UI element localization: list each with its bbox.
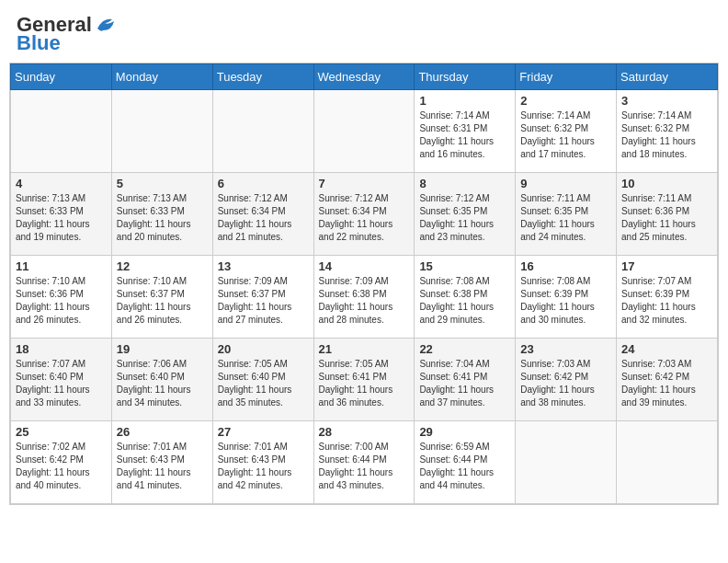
page-header: General Blue <box>9 9 719 57</box>
day-number: 27 <box>218 425 309 439</box>
calendar-cell: 22Sunrise: 7:04 AM Sunset: 6:41 PM Dayli… <box>415 339 516 421</box>
day-info: Sunrise: 7:01 AM Sunset: 6:43 PM Dayligh… <box>117 441 208 492</box>
calendar-cell: 23Sunrise: 7:03 AM Sunset: 6:42 PM Dayli… <box>516 339 617 421</box>
day-number: 20 <box>218 342 309 356</box>
day-number: 22 <box>419 342 510 356</box>
day-number: 17 <box>621 259 712 273</box>
day-info: Sunrise: 7:05 AM Sunset: 6:41 PM Dayligh… <box>319 358 410 409</box>
day-info: Sunrise: 7:01 AM Sunset: 6:43 PM Dayligh… <box>218 441 309 492</box>
day-number: 16 <box>520 259 611 273</box>
calendar-week-1: 1Sunrise: 7:14 AM Sunset: 6:31 PM Daylig… <box>11 90 718 173</box>
day-number: 13 <box>218 259 309 273</box>
calendar: SundayMondayTuesdayWednesdayThursdayFrid… <box>9 63 719 505</box>
day-number: 6 <box>218 177 309 190</box>
calendar-cell: 7Sunrise: 7:12 AM Sunset: 6:34 PM Daylig… <box>313 173 415 256</box>
calendar-cell: 18Sunrise: 7:07 AM Sunset: 6:40 PM Dayli… <box>11 339 112 421</box>
day-info: Sunrise: 7:07 AM Sunset: 6:39 PM Dayligh… <box>621 275 712 327</box>
day-number: 1 <box>419 94 510 108</box>
calendar-cell <box>516 421 617 504</box>
day-number: 23 <box>520 342 611 356</box>
day-info: Sunrise: 6:59 AM Sunset: 6:44 PM Dayligh… <box>419 441 510 492</box>
calendar-cell <box>111 90 212 173</box>
day-number: 15 <box>419 259 510 273</box>
weekday-friday: Friday <box>516 64 617 90</box>
calendar-cell: 9Sunrise: 7:11 AM Sunset: 6:35 PM Daylig… <box>516 173 617 256</box>
calendar-week-5: 25Sunrise: 7:02 AM Sunset: 6:42 PM Dayli… <box>11 421 718 504</box>
day-info: Sunrise: 7:12 AM Sunset: 6:34 PM Dayligh… <box>319 192 410 244</box>
calendar-cell: 26Sunrise: 7:01 AM Sunset: 6:43 PM Dayli… <box>111 421 212 504</box>
day-number: 25 <box>16 425 107 439</box>
day-number: 10 <box>621 177 712 190</box>
day-number: 5 <box>117 177 208 190</box>
day-info: Sunrise: 7:11 AM Sunset: 6:36 PM Dayligh… <box>621 192 712 244</box>
day-number: 21 <box>319 342 410 356</box>
weekday-thursday: Thursday <box>415 64 516 90</box>
calendar-cell: 24Sunrise: 7:03 AM Sunset: 6:42 PM Dayli… <box>617 339 718 421</box>
day-info: Sunrise: 7:08 AM Sunset: 6:39 PM Dayligh… <box>520 275 611 327</box>
calendar-cell: 8Sunrise: 7:12 AM Sunset: 6:35 PM Daylig… <box>415 173 516 256</box>
weekday-wednesday: Wednesday <box>313 64 415 90</box>
weekday-header-row: SundayMondayTuesdayWednesdayThursdayFrid… <box>11 64 718 90</box>
calendar-cell: 15Sunrise: 7:08 AM Sunset: 6:38 PM Dayli… <box>415 256 516 339</box>
day-number: 29 <box>419 425 510 439</box>
day-info: Sunrise: 7:12 AM Sunset: 6:34 PM Dayligh… <box>218 192 309 244</box>
day-info: Sunrise: 7:14 AM Sunset: 6:31 PM Dayligh… <box>419 109 510 161</box>
calendar-cell <box>617 421 718 504</box>
day-number: 4 <box>16 177 107 190</box>
day-number: 28 <box>319 425 410 439</box>
calendar-cell: 3Sunrise: 7:14 AM Sunset: 6:32 PM Daylig… <box>617 90 718 173</box>
calendar-week-3: 11Sunrise: 7:10 AM Sunset: 6:36 PM Dayli… <box>11 256 718 339</box>
weekday-monday: Monday <box>111 64 212 90</box>
calendar-week-2: 4Sunrise: 7:13 AM Sunset: 6:33 PM Daylig… <box>11 173 718 256</box>
calendar-cell: 28Sunrise: 7:00 AM Sunset: 6:44 PM Dayli… <box>313 421 415 504</box>
day-number: 26 <box>117 425 208 439</box>
calendar-cell: 14Sunrise: 7:09 AM Sunset: 6:38 PM Dayli… <box>313 256 415 339</box>
day-number: 3 <box>621 94 712 108</box>
day-info: Sunrise: 7:07 AM Sunset: 6:40 PM Dayligh… <box>16 358 107 409</box>
day-info: Sunrise: 7:06 AM Sunset: 6:40 PM Dayligh… <box>117 358 208 409</box>
logo-bird-icon <box>96 16 116 34</box>
calendar-cell <box>11 90 112 173</box>
calendar-cell: 2Sunrise: 7:14 AM Sunset: 6:32 PM Daylig… <box>516 90 617 173</box>
calendar-cell: 27Sunrise: 7:01 AM Sunset: 6:43 PM Dayli… <box>212 421 313 504</box>
day-info: Sunrise: 7:00 AM Sunset: 6:44 PM Dayligh… <box>319 441 410 492</box>
weekday-sunday: Sunday <box>11 64 112 90</box>
calendar-cell: 4Sunrise: 7:13 AM Sunset: 6:33 PM Daylig… <box>11 173 112 256</box>
calendar-week-4: 18Sunrise: 7:07 AM Sunset: 6:40 PM Dayli… <box>11 339 718 421</box>
day-number: 12 <box>117 259 208 273</box>
day-number: 8 <box>419 177 510 190</box>
day-info: Sunrise: 7:10 AM Sunset: 6:36 PM Dayligh… <box>16 275 107 327</box>
weekday-saturday: Saturday <box>617 64 718 90</box>
calendar-cell: 25Sunrise: 7:02 AM Sunset: 6:42 PM Dayli… <box>11 421 112 504</box>
day-number: 19 <box>117 342 208 356</box>
calendar-cell: 6Sunrise: 7:12 AM Sunset: 6:34 PM Daylig… <box>212 173 313 256</box>
day-info: Sunrise: 7:08 AM Sunset: 6:38 PM Dayligh… <box>419 275 510 327</box>
day-info: Sunrise: 7:10 AM Sunset: 6:37 PM Dayligh… <box>117 275 208 327</box>
day-number: 7 <box>319 177 410 190</box>
calendar-cell: 19Sunrise: 7:06 AM Sunset: 6:40 PM Dayli… <box>111 339 212 421</box>
weekday-tuesday: Tuesday <box>212 64 313 90</box>
calendar-cell: 29Sunrise: 6:59 AM Sunset: 6:44 PM Dayli… <box>415 421 516 504</box>
day-number: 9 <box>520 177 611 190</box>
day-info: Sunrise: 7:03 AM Sunset: 6:42 PM Dayligh… <box>520 358 611 409</box>
day-info: Sunrise: 7:04 AM Sunset: 6:41 PM Dayligh… <box>419 358 510 409</box>
day-info: Sunrise: 7:13 AM Sunset: 6:33 PM Dayligh… <box>117 192 208 244</box>
day-info: Sunrise: 7:05 AM Sunset: 6:40 PM Dayligh… <box>218 358 309 409</box>
day-info: Sunrise: 7:02 AM Sunset: 6:42 PM Dayligh… <box>16 441 107 492</box>
day-number: 14 <box>319 259 410 273</box>
calendar-cell: 21Sunrise: 7:05 AM Sunset: 6:41 PM Dayli… <box>313 339 415 421</box>
calendar-cell: 1Sunrise: 7:14 AM Sunset: 6:31 PM Daylig… <box>415 90 516 173</box>
logo-blue: Blue <box>17 33 61 53</box>
calendar-cell <box>212 90 313 173</box>
calendar-cell: 13Sunrise: 7:09 AM Sunset: 6:37 PM Dayli… <box>212 256 313 339</box>
day-number: 2 <box>520 94 611 108</box>
calendar-cell: 5Sunrise: 7:13 AM Sunset: 6:33 PM Daylig… <box>111 173 212 256</box>
day-number: 11 <box>16 259 107 273</box>
day-info: Sunrise: 7:11 AM Sunset: 6:35 PM Dayligh… <box>520 192 611 244</box>
day-info: Sunrise: 7:12 AM Sunset: 6:35 PM Dayligh… <box>419 192 510 244</box>
calendar-cell: 12Sunrise: 7:10 AM Sunset: 6:37 PM Dayli… <box>111 256 212 339</box>
day-info: Sunrise: 7:03 AM Sunset: 6:42 PM Dayligh… <box>621 358 712 409</box>
day-info: Sunrise: 7:13 AM Sunset: 6:33 PM Dayligh… <box>16 192 107 244</box>
logo: General Blue <box>17 13 116 53</box>
calendar-cell <box>313 90 415 173</box>
